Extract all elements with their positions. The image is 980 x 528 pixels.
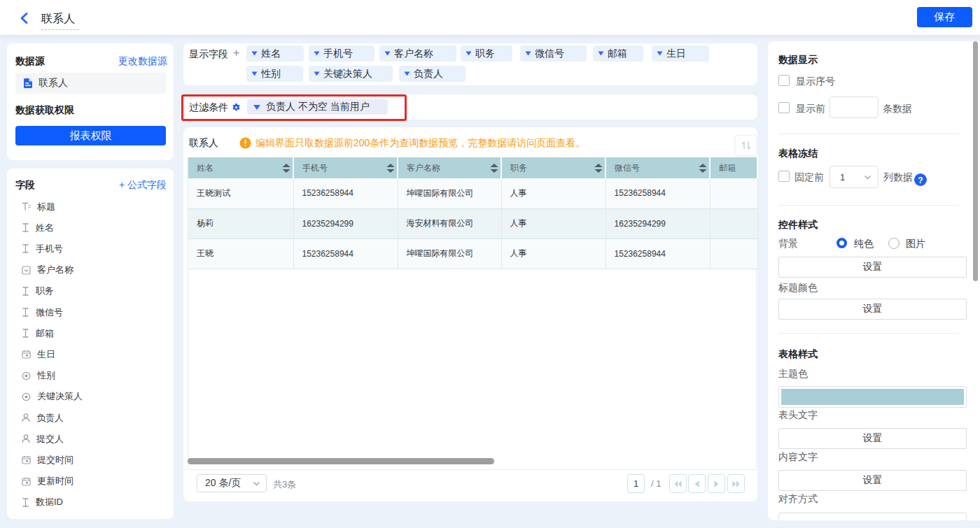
svg-text:?: ? xyxy=(918,176,923,185)
